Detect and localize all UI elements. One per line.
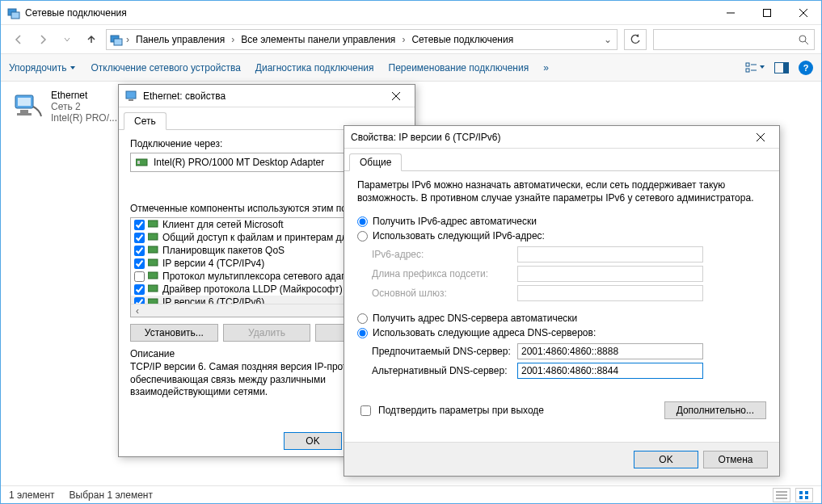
svg-rect-34 <box>148 233 158 240</box>
component-checkbox[interactable] <box>134 271 145 282</box>
component-checkbox[interactable] <box>134 233 145 243</box>
svg-rect-32 <box>137 161 140 164</box>
connection-network: Сеть 2 <box>51 101 117 112</box>
chevron-right-icon[interactable]: › <box>124 34 131 45</box>
component-checkbox[interactable] <box>134 246 145 256</box>
gateway-input <box>517 285 703 301</box>
svg-rect-17 <box>18 98 31 106</box>
radio-auto-ip-input[interactable] <box>357 216 368 227</box>
tab-network[interactable]: Сеть <box>124 112 167 130</box>
info-text: Параметры IPv6 можно назначать автоматич… <box>357 179 766 204</box>
icons-view-button[interactable] <box>795 488 813 502</box>
close-button[interactable] <box>748 128 773 147</box>
details-view-button[interactable] <box>773 488 790 502</box>
diagnose-button[interactable]: Диагностика подключения <box>255 62 374 74</box>
svg-rect-25 <box>799 496 803 499</box>
status-bar: 1 элемент Выбран 1 элемент <box>1 485 821 503</box>
address-dropdown-icon[interactable]: ⌄ <box>602 34 613 45</box>
chevron-right-icon[interactable]: › <box>230 34 236 45</box>
pref-dns-input[interactable] <box>517 343 703 359</box>
component-icon <box>148 284 159 295</box>
radio-auto-ip[interactable]: Получить IPv6-адрес автоматически <box>357 216 766 227</box>
component-label: Драйвер протокола LLDP (Майкрософт) <box>162 284 343 295</box>
component-checkbox[interactable] <box>134 258 145 269</box>
rename-button[interactable]: Переименование подключения <box>389 62 529 74</box>
ok-button[interactable]: OK <box>634 451 698 468</box>
close-button[interactable] <box>384 86 408 106</box>
radio-manual-ip-input[interactable] <box>357 231 368 242</box>
component-checkbox[interactable] <box>134 284 145 295</box>
radio-manual-dns-input[interactable] <box>357 328 368 338</box>
svg-rect-7 <box>114 39 122 45</box>
advanced-button[interactable]: Дополнительно... <box>664 401 766 419</box>
preview-pane-icon[interactable] <box>774 62 789 74</box>
connection-adapter: Intel(R) PRO/... <box>51 112 117 124</box>
radio-auto-dns-label: Получить адрес DNS-сервера автоматически <box>373 313 577 324</box>
forward-button[interactable] <box>32 28 54 51</box>
up-button[interactable] <box>80 28 103 51</box>
radio-auto-ip-label: Получить IPv6-адрес автоматически <box>373 216 537 227</box>
radio-manual-ip-label: Использовать следующий IPv6-адрес: <box>373 230 545 242</box>
disable-device-button[interactable]: Отключение сетевого устройства <box>91 62 240 74</box>
ok-button[interactable]: OK <box>284 432 342 450</box>
window-title: Сетевые подключения <box>25 7 712 19</box>
alt-dns-input[interactable] <box>517 363 703 379</box>
status-selected: Выбран 1 элемент <box>70 489 153 501</box>
status-count: 1 элемент <box>9 489 55 501</box>
search-icon <box>798 34 809 45</box>
search-input[interactable] <box>653 29 815 50</box>
svg-rect-10 <box>746 63 749 66</box>
adapter-field: Intel(R) PRO/1000 MT Desktop Adapter <box>130 153 348 172</box>
install-button[interactable]: Установить... <box>130 324 218 342</box>
svg-rect-26 <box>805 496 808 499</box>
radio-manual-dns-label: Использовать следующие адреса DNS-сервер… <box>373 327 596 338</box>
svg-rect-38 <box>148 285 158 292</box>
radio-auto-dns-input[interactable] <box>357 313 368 324</box>
organize-menu[interactable]: Упорядочить <box>9 62 76 74</box>
validate-label: Подтвердить параметры при выходе <box>378 405 544 416</box>
component-icon <box>148 245 159 256</box>
ip-address-input <box>517 246 703 262</box>
pref-dns-label: Предпочитаемый DNS-сервер: <box>372 346 517 357</box>
validate-checkbox-row[interactable]: Подтвердить параметры при выходе <box>357 403 544 418</box>
connection-name: Ethernet <box>51 90 117 101</box>
crumb-network-connections[interactable]: Сетевые подключения <box>408 32 516 47</box>
recent-dropdown[interactable] <box>56 28 78 51</box>
svg-rect-37 <box>148 272 158 279</box>
maximize-button[interactable] <box>748 1 785 24</box>
component-label: Протокол мультиплексора сетевого адапт <box>162 271 351 282</box>
crumb-control-panel[interactable]: Панель управления <box>133 32 228 47</box>
component-label: Клиент для сетей Microsoft <box>162 219 284 230</box>
cancel-button[interactable]: Отмена <box>703 451 768 468</box>
remove-button[interactable]: Удалить <box>223 324 311 342</box>
svg-rect-28 <box>129 99 133 101</box>
ipv6-properties-dialog: Свойства: IP версии 6 (TCP/IPv6) Общие П… <box>344 125 780 477</box>
radio-manual-ip[interactable]: Использовать следующий IPv6-адрес: <box>357 230 766 242</box>
help-icon[interactable]: ? <box>799 61 813 75</box>
svg-rect-24 <box>805 491 808 494</box>
close-button[interactable] <box>785 1 821 24</box>
tab-general[interactable]: Общие <box>349 153 402 171</box>
command-bar: Упорядочить Отключение сетевого устройст… <box>1 54 821 82</box>
validate-checkbox[interactable] <box>360 405 371 416</box>
component-checkbox[interactable] <box>134 220 145 230</box>
component-icon <box>148 258 159 269</box>
chevron-right-icon[interactable]: › <box>400 34 407 45</box>
svg-rect-33 <box>148 220 158 227</box>
radio-auto-dns[interactable]: Получить адрес DNS-сервера автоматически <box>357 313 766 324</box>
minimize-button[interactable] <box>712 1 748 24</box>
adapter-name: Intel(R) PRO/1000 MT Desktop Adapter <box>154 157 324 168</box>
refresh-button[interactable] <box>624 29 647 50</box>
crumb-all-items[interactable]: Все элементы панели управления <box>238 32 398 47</box>
alt-dns-label: Альтернативный DNS-сервер: <box>372 365 517 376</box>
network-connections-icon <box>7 6 20 19</box>
radio-manual-dns[interactable]: Использовать следующие адреса DNS-сервер… <box>357 327 766 338</box>
nic-icon <box>136 158 149 167</box>
dialog-title: Ethernet: свойства <box>143 90 384 102</box>
address-bar[interactable]: › Панель управления › Все элементы панел… <box>106 29 618 50</box>
svg-rect-11 <box>746 69 749 72</box>
nav-bar: › Панель управления › Все элементы панел… <box>1 25 821 54</box>
back-button[interactable] <box>7 28 30 51</box>
more-commands[interactable]: » <box>543 62 549 74</box>
view-options-icon[interactable] <box>745 61 765 74</box>
